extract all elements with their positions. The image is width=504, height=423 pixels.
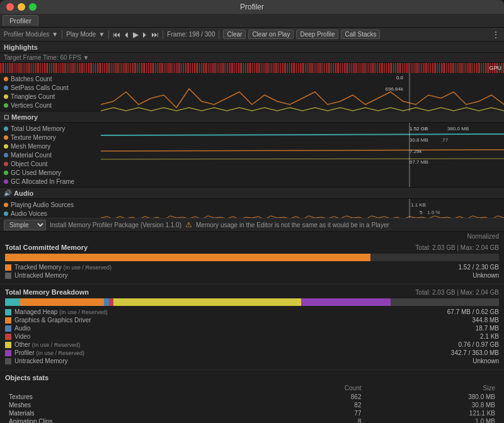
memory-title: Memory (11, 113, 38, 121)
untracked-label: Untracked Memory (14, 272, 67, 279)
gc-alloc-dot (4, 179, 8, 184)
profiler-breakdown-row: Profiler (In use / Reserved) 342.7 / 363… (5, 349, 499, 356)
go-start-button[interactable]: ⏮ (113, 30, 120, 39)
col-name-header (5, 384, 271, 393)
tracked-value: 1.52 / 2.30 GB (449, 264, 499, 271)
prev-frame-button[interactable]: ⏴ (123, 30, 130, 39)
objects-stats-section: Objects stats Count Size Textures 862 (0, 370, 504, 423)
modules-dropdown-icon[interactable]: ▼ (52, 31, 58, 38)
untracked-breakdown-value: Unknown (449, 358, 499, 364)
highlights-title: Highlights (4, 43, 38, 51)
gc-used-dot (4, 171, 8, 175)
metric-gc-allocated[interactable]: GC Allocated In Frame (0, 177, 101, 186)
managed-heap-value: 67.7 MB / 0.62 GB (447, 308, 499, 315)
profiler-breakdown-color (5, 350, 11, 356)
metric-triangles-count[interactable]: Triangles Count (0, 92, 101, 101)
video-row: Video 2.1 KB (5, 333, 499, 340)
metric-audio-sources[interactable]: Playing Audio Sources (0, 200, 101, 209)
animation-clips-count: 8 (271, 417, 365, 423)
call-stacks-button[interactable]: Call Stacks (341, 30, 380, 39)
untracked-breakdown-color (5, 358, 11, 364)
profiler-breakdown-label: Profiler (14, 349, 35, 356)
details-panel[interactable]: Normalized Total Committed Memory Total:… (0, 232, 504, 423)
profiler-tab[interactable]: Profiler (3, 15, 38, 26)
committed-title-row: Total Committed Memory Total: 2.03 GB | … (5, 244, 499, 251)
breakdown-title: Total Memory Breakdown (5, 288, 89, 296)
metric-audio-voices[interactable]: Audio Voices (0, 209, 101, 218)
textures-size: 380.0 MB (365, 393, 499, 401)
target-frame-label[interactable]: Target Frame Time: 60 FPS ▼ (4, 54, 89, 61)
svg-text:0.0: 0.0 (396, 75, 404, 81)
memory-header: ◻ Memory (0, 111, 504, 123)
memory-breakdown-section: Total Memory Breakdown Total: 2.03 GB | … (0, 285, 504, 370)
tab-bar: Profiler (0, 14, 504, 28)
settings-icon[interactable]: ⋮ (491, 30, 500, 40)
svg-text:1.6 %: 1.6 % (427, 210, 440, 215)
highlights-header: Highlights (0, 42, 504, 53)
committed-orange-fill (5, 254, 370, 261)
metric-vertices-count[interactable]: Vertices Count (0, 101, 101, 110)
maximize-button[interactable] (29, 3, 37, 11)
cpu-bar-area: GPU (0, 63, 504, 73)
audio-icon: 🔊 (4, 189, 11, 196)
gc-alloc-label: GC Allocated In Frame (11, 178, 74, 185)
audio-header: 🔊 Audio (0, 188, 504, 199)
objects-table: Count Size Textures 862 380.0 MB Meshes … (5, 384, 499, 423)
svg-text:1.52 GB: 1.52 GB (410, 126, 428, 132)
metric-texture-memory[interactable]: Texture Memory (0, 133, 101, 142)
managed-heap-row: Managed Heap (In use / Reserved) 67.7 MB… (5, 308, 499, 315)
object-label: Object Count (11, 161, 47, 167)
svg-text:5: 5 (420, 210, 423, 215)
simple-mode-dropdown[interactable]: Simple Detailed (4, 220, 46, 230)
go-end-button[interactable]: ⏭ (151, 30, 159, 39)
mesh-dot (4, 144, 8, 149)
batches-label: Batches Count (11, 76, 52, 82)
total-used-label: Total Used Memory (11, 125, 65, 132)
svg-text:7.29k: 7.29k (410, 149, 423, 154)
svg-text:67.7 MB: 67.7 MB (410, 159, 428, 165)
metric-object-count[interactable]: Object Count (0, 159, 101, 168)
animation-clips-name: Animation Clips (5, 417, 271, 423)
toolbar: Profiler Modules ▼ Play Mode ▼ ⏮ ⏴ ▶ ⏵ ⏭… (0, 28, 504, 42)
clear-button[interactable]: Clear (223, 30, 246, 39)
tracked-label: Tracked Memory (14, 264, 62, 271)
metric-gc-used-memory[interactable]: GC Used Memory (0, 168, 101, 177)
separator-4 (219, 30, 219, 39)
other-color (5, 342, 11, 348)
untracked-memory-row: Untracked Memory Unknown (5, 272, 499, 279)
audio-voices-dot (4, 212, 8, 216)
other-value: 0.76 / 0.97 GB (449, 341, 499, 348)
breakdown-total: Total: 2.03 GB | Max: 2.04 GB (415, 289, 499, 296)
audio-metrics: Playing Audio Sources Audio Voices Total… (0, 199, 101, 218)
mesh-label: Mesh Memory (11, 143, 50, 150)
tracked-color (5, 264, 11, 271)
total-used-dot (4, 127, 8, 131)
triangles-dot (4, 94, 8, 99)
simple-mode-bar: Simple Detailed Install Memory Profiler … (0, 218, 504, 232)
committed-title: Total Committed Memory (5, 244, 88, 251)
title-bar: Profiler (0, 0, 504, 14)
close-button[interactable] (6, 3, 14, 11)
minimize-button[interactable] (18, 3, 25, 11)
metric-mesh-memory[interactable]: Mesh Memory (0, 142, 101, 150)
next-frame-button[interactable]: ⏵ (141, 30, 149, 39)
vertices-dot (4, 103, 8, 108)
audio-breakdown-color (5, 325, 11, 332)
play-button[interactable]: ▶ (133, 30, 139, 39)
meshes-size: 30.8 MB (365, 401, 499, 409)
metric-setpass-count[interactable]: SetPass Calls Count (0, 83, 101, 92)
play-mode-dropdown-icon[interactable]: ▼ (98, 31, 105, 38)
total-committed-section: Total Committed Memory Total: 2.03 GB | … (0, 240, 504, 285)
col-count-header: Count (271, 384, 365, 393)
metric-total-used-memory[interactable]: Total Used Memory (0, 124, 101, 133)
clear-on-play-button[interactable]: Clear on Play (248, 30, 294, 39)
metric-batches-count[interactable]: Batches Count (0, 74, 101, 83)
material-label: Material Count (11, 152, 52, 159)
material-dot (4, 153, 8, 157)
audio-graph: 1.1 KB 5 1.6 % 18.7 MB (101, 199, 504, 218)
metric-material-count[interactable]: Material Count (0, 150, 101, 159)
meshes-count: 82 (271, 401, 365, 409)
deep-profile-button[interactable]: Deep Profile (296, 30, 338, 39)
video-color (5, 334, 11, 340)
triangles-label: Triangles Count (11, 93, 55, 100)
